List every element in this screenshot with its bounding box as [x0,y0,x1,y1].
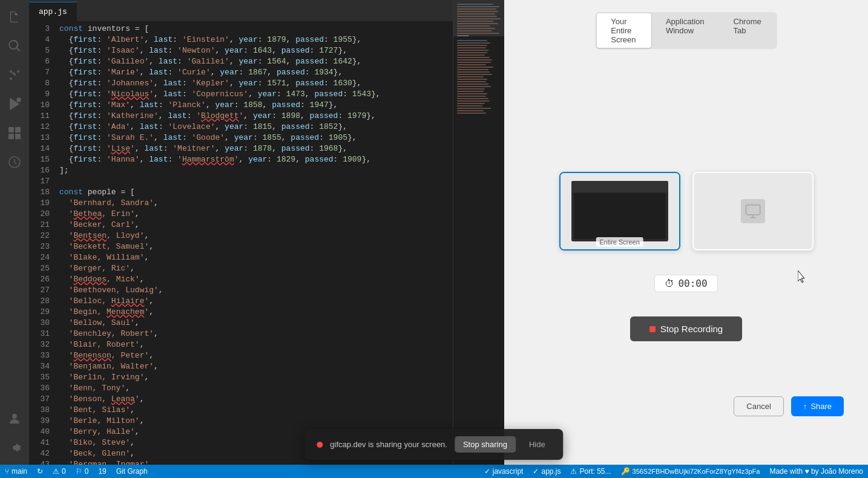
svg-rect-34 [457,59,492,61]
preview-grid: Entire Screen [559,172,814,341]
svg-rect-30 [457,50,488,51]
svg-rect-42 [457,79,487,80]
preview-card-screen[interactable]: Entire Screen [559,172,680,250]
activity-bar-bottom [2,407,27,465]
warnings-item[interactable]: ⚐ 0 [71,465,94,478]
code-line-25: 25 'Berger, Ric', [29,263,453,274]
main-area: app.js 3 const inventors = [ 4 {first: '… [0,0,868,465]
git-branch-item[interactable]: ⑂ main [0,465,32,478]
dialog-actions: Cancel ↑ Share [734,396,844,416]
svg-rect-56 [457,113,486,114]
code-line-22: 22 'Bentsen, Lloyd', [29,231,453,241]
stop-recording-button[interactable]: Stop Recording [630,316,742,341]
extensions-icon[interactable] [2,121,27,145]
code-line-17: 17 [29,176,453,187]
stop-sharing-button[interactable]: Stop sharing [455,436,516,453]
run-icon[interactable] [2,92,27,116]
sharing-notification: gifcap.dev is sharing your screen. Stop … [304,429,563,460]
tab-app-js[interactable]: app.js [29,2,77,21]
svg-point-10 [12,414,17,419]
explorer-icon[interactable] [2,5,27,29]
svg-point-4 [17,98,21,102]
hash-item[interactable]: 🔑 356S2FBHDwBUjki72KoForZ8YgYf4z3pFa [616,465,765,478]
sync-icon: ↻ [37,467,43,476]
activity-bar [0,0,29,465]
language-item[interactable]: ✓ javascript [479,465,528,478]
code-line-29: 29 'Begin, Menachem', [29,307,453,318]
code-line-21: 21 'Becker, Carl', [29,220,453,231]
code-line-8: 8 {first: 'Johannes', last: 'Kepler', ye… [29,78,453,89]
sharing-dot [317,442,323,448]
code-line-5: 5 {first: 'Isaac', last: 'Newton', year:… [29,45,453,56]
made-with-item: Made with ♥ by João Moreno [764,465,868,478]
filetype-item[interactable]: ✓ app.js [528,465,565,478]
svg-rect-5 [8,127,14,133]
svg-rect-6 [15,127,21,133]
code-line-12: 12 {first: 'Ada', last: 'Lovelace', year… [29,122,453,133]
code-line-20: 20 'Bethea, Erin', [29,209,453,220]
code-line-16: 16 ]; [29,165,453,176]
share-button[interactable]: ↑ Share [791,396,844,416]
code-content[interactable]: 3 const inventors = [ 4 {first: 'Albert'… [29,21,453,465]
code-line-23: 23 'Beckett, Samuel', [29,241,453,252]
code-line-18: 18 const people = [ [29,187,453,198]
svg-rect-47 [457,91,484,92]
timer-display: ⏱00:00 [654,275,717,292]
code-line-6: 6 {first: 'Galileo', last: 'Galilei', ye… [29,56,453,67]
svg-rect-8 [15,134,21,139]
minimap-lines [453,0,504,250]
svg-rect-38 [457,69,488,70]
hash-icon: 🔑 [621,467,630,476]
svg-rect-27 [457,42,490,44]
svg-rect-53 [457,105,482,106]
code-line-37: 37 'Benson, Leana', [29,394,453,405]
git-graph-item[interactable]: Git Graph [111,465,153,478]
sync-item[interactable]: ↻ [32,465,48,478]
svg-rect-52 [457,103,485,104]
history-icon[interactable] [2,150,27,174]
hide-button[interactable]: Hide [523,436,551,453]
code-line-11: 11 {first: 'Katherine', last: 'Blodgett'… [29,111,453,122]
git-icon[interactable] [2,63,27,87]
warning-icon: ⚐ [76,467,82,476]
tab-entire-screen[interactable]: Your Entire Screen [596,13,651,48]
svg-rect-51 [457,100,490,102]
tab-chrome-tab[interactable]: Chrome Tab [719,13,776,48]
svg-rect-43 [457,81,486,82]
right-panel: Your Entire Screen Application Window Ch… [504,0,868,465]
code-line-30: 30 'Bellow, Saul', [29,318,453,329]
svg-rect-28 [457,45,487,46]
code-line-7: 7 {first: 'Marie', last: 'Curie', year: … [29,67,453,78]
svg-rect-57 [746,205,760,215]
preview-card-secondary[interactable] [692,172,814,250]
code-line-43: 43 'Bergman, Ingmar', [29,459,453,465]
svg-rect-26 [457,40,487,41]
svg-rect-45 [457,86,491,87]
search-icon[interactable] [2,34,27,58]
code-line-32: 32 'Blair, Robert', [29,339,453,350]
status-bar-right: ✓ javascript ✓ app.js ⚠ Port: 55... 🔑 35… [479,465,868,478]
git-branch-icon: ⑂ [5,467,9,476]
code-line-34: 34 'Benjamin, Walter', [29,361,453,372]
code-line-26: 26 'Beddoes, Mick', [29,274,453,285]
cancel-button[interactable]: Cancel [734,396,783,416]
svg-rect-33 [457,57,490,58]
sharing-message: gifcap.dev is sharing your screen. [330,440,447,449]
minimap[interactable] [453,0,504,465]
svg-rect-37 [457,67,493,68]
svg-rect-44 [457,83,488,85]
svg-point-1 [17,70,19,73]
tab-application-window[interactable]: Application Window [651,13,719,48]
status-bar: ⑂ main ↻ ⚠ 0 ⚐ 0 19 Git Graph ✓ javascri… [0,465,868,478]
info-count-item[interactable]: 19 [93,465,111,478]
settings-icon[interactable] [2,436,27,460]
code-line-10: 10 {first: 'Max', last: 'Planck', year: … [29,100,453,111]
code-line-33: 33 'Benenson, Peter', [29,350,453,361]
account-icon[interactable] [2,407,27,431]
editor-tabs: app.js [29,0,453,21]
timer-value: ⏱00:00 [654,275,717,292]
editor-area: app.js 3 const inventors = [ 4 {first: '… [29,0,868,465]
errors-item[interactable]: ⚠ 0 [48,465,71,478]
stop-dot [649,326,656,332]
port-item[interactable]: ⚠ Port: 55... [565,465,616,478]
